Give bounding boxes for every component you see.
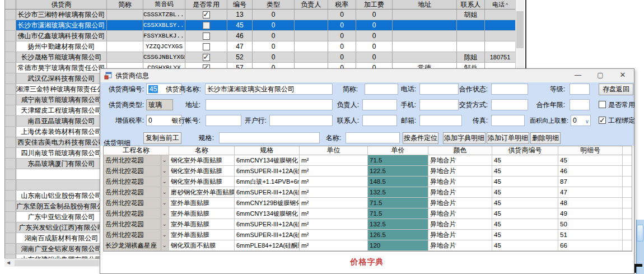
table-row[interactable]: 岳州北控花园⌄ 室外单面贴膜 6mmSUPER-III+12A(硅... m² … [104,219,632,230]
unit-cell[interactable]: m² [300,166,368,176]
scrollbar-thumb[interactable] [15,260,99,266]
supplier-no-cell[interactable]: 45 [492,198,558,208]
delete-detail-button[interactable]: 删除明细 [530,132,561,144]
price-cell[interactable]: 132.5 [368,219,428,229]
color-cell[interactable]: 异地合片 [428,219,492,229]
table-row[interactable]: 岳州北控花园⌄ 钢化室外单面贴膜 6mmSUPER-III+12A(硅... m… [104,166,632,177]
supplier-no-cell[interactable]: 45 [492,177,558,187]
project-combobox[interactable]: 岳州北控花园⌄ [104,177,169,187]
column-header-code[interactable]: 简音码 [143,0,185,9]
spec-filter-input[interactable] [219,132,320,143]
column-header-taxrate[interactable]: 税率 [328,0,356,9]
mobile-input[interactable] [419,99,459,110]
detail-no-cell[interactable]: 49 [558,208,623,219]
fax-input[interactable] [491,115,525,126]
project-combobox[interactable]: 岳州北控花园⌄ [104,187,169,197]
price-cell[interactable]: 132.5 [368,187,428,197]
project-combobox[interactable]: 长沙龙湖祺鑫星座⌄ [104,240,169,250]
common-checkbox[interactable] [203,54,210,61]
column-header-detail-no[interactable]: 明细号 [558,146,623,155]
name-cell[interactable]: 室外单面贴膜 [169,208,235,219]
address-input[interactable] [206,99,333,110]
supplier-no-cell[interactable]: 45 [492,166,558,176]
close-button[interactable]: ✕ [612,69,634,82]
common-checkbox[interactable] [203,43,210,50]
email-input[interactable] [419,115,462,126]
price-cell[interactable]: 120 [368,240,428,250]
name-cell[interactable]: 室外单面贴膜 [169,230,235,240]
grade-input[interactable] [570,83,590,95]
color-cell[interactable]: 异地合片 [428,155,492,165]
common-checkbox[interactable] [203,22,210,29]
project-combobox[interactable]: 岳州北控花园⌄ [104,198,169,208]
color-cell[interactable]: 异地合片 [428,187,492,197]
name-filter-input[interactable] [346,132,400,143]
name-cell[interactable]: 室外单面贴膜 [169,198,235,208]
table-row[interactable]: 岳州北控花园⌄ 室外单面贴膜 6mmSUPER-III+12A(硅... m² … [104,230,632,240]
price-cell[interactable]: 126.5 [368,230,428,240]
maximize-button[interactable]: ▢ [589,69,612,82]
column-header-unit[interactable]: 单位 [300,146,368,155]
price-cell[interactable]: 71.5 [368,198,428,208]
table-row[interactable]: 岳州北控花园⌄ 钢化室外单面贴膜 6mmCNY134镀膜钢化 m² 71.5 异… [104,155,632,166]
project-combobox[interactable]: 岳州北控花园⌄ [104,166,169,176]
detail-no-cell[interactable]: 66 [558,240,623,250]
color-cell[interactable]: 异地合片 [428,166,492,176]
often-used-checkbox[interactable]: 是否常用 [599,99,635,110]
column-header-common[interactable]: 是否常用 [185,0,227,9]
column-header-price[interactable]: 单价 [368,146,428,155]
spec-cell[interactable]: 6mmPLE84+12A(硅酮胶... [235,240,300,250]
table-row[interactable]: 扬州中勤建材有限公司 YZZQJCYXGS 47 0 0 0 [5,41,515,52]
round-up-select[interactable]: 0∨ [571,115,591,126]
phone-input[interactable] [419,83,459,95]
table-row[interactable]: 长沙市潇湘玻璃实业有限公司 CSSXXBLSY... 45 0 0 0 [5,20,515,31]
detail-no-cell[interactable]: 45 [558,155,623,165]
project-combobox[interactable]: 岳州北控花园⌄ [104,230,169,240]
table-row[interactable]: 岳州北控花园⌄ 室外单面贴膜 6mmCNY129B镀膜钢化 m² 71.5 异地… [104,198,632,208]
spec-cell[interactable]: 6mmSUPER-III+12A(硅... [235,187,300,197]
project-combobox[interactable]: 岳州北控花园⌄ [104,219,169,229]
name-cell[interactable]: 钢化室外单面贴膜 [169,177,235,187]
spec-cell[interactable]: 6mmCNY134镀膜钢化 [235,155,300,165]
column-header-spec[interactable]: 规格 [235,146,300,155]
color-cell[interactable]: 异地合片 [428,240,492,250]
table-row[interactable]: 岳州北控花园⌄ 磨砂钢化室外单面贴膜 6mmSUPER-III+12A(硅...… [104,187,632,198]
supplier-no-cell[interactable]: 45 [492,219,558,229]
column-header-fee[interactable]: 加工费 [356,0,393,9]
spec-cell[interactable]: 6mm白玻+1.14PVB+6mm... [235,177,300,187]
unit-cell[interactable]: m² [300,208,368,219]
dialog-titlebar[interactable]: 供货商信息 — ▢ ✕ [100,69,634,82]
name-cell[interactable]: 磨砂钢化室外单面贴膜 [169,187,235,197]
detail-no-cell[interactable]: 46 [558,166,623,176]
column-header-project[interactable]: 工程名称 [104,146,169,155]
color-cell[interactable]: 异地合片 [428,177,492,187]
column-header-color[interactable]: 颜色 [428,146,492,155]
common-checkbox[interactable] [203,32,210,40]
coop-status-input[interactable] [491,83,528,95]
table-row[interactable]: 岳州北控花园⌄ 室外单面贴膜 6mmCNY134镀膜钢化 m² 71.5 异地合… [104,208,632,219]
delivery-input[interactable] [491,99,528,110]
add-order-detail-button[interactable]: 添加订单明细 [487,132,529,144]
scroll-left-icon[interactable]: ◄ [6,259,11,266]
project-combobox[interactable]: 岳州北控花园⌄ [104,208,169,219]
detail-no-cell[interactable]: 87 [558,177,623,187]
column-header-supplier[interactable]: 供货商 [16,0,107,9]
column-header-shortname[interactable]: 简称 [107,0,143,9]
column-header-address[interactable]: 地址 [393,0,457,9]
coop-years-input[interactable] [570,99,590,110]
color-cell[interactable]: 异地合片 [428,198,492,208]
unit-cell[interactable]: m² [300,155,368,165]
name-cell[interactable]: 钢化双面不贴膜 [169,240,235,250]
common-checkbox[interactable] [203,11,210,18]
supplier-name-input[interactable]: 长沙市潇湘玻璃实业有限公司 [205,83,333,95]
copy-project-button[interactable]: 复制当前工程 [143,132,181,144]
table-row[interactable]: 长沙市三湘特种玻璃有限公司 CSSSXTZBL... 13 0 0 0 胡姐 [5,10,515,20]
unit-cell[interactable]: m² [300,187,368,197]
save-return-button[interactable]: 存盘返回 [599,83,633,95]
name-cell[interactable]: 钢化室外单面贴膜 [169,155,235,165]
bank-branch-input[interactable] [269,115,333,126]
supplier-no-cell[interactable]: 45 [492,230,558,240]
column-header-phone[interactable]: 电话^ [485,0,516,9]
unit-cell[interactable]: m² [300,219,368,229]
spec-cell[interactable]: 6mmSUPER-III+12A(硅... [235,219,300,229]
